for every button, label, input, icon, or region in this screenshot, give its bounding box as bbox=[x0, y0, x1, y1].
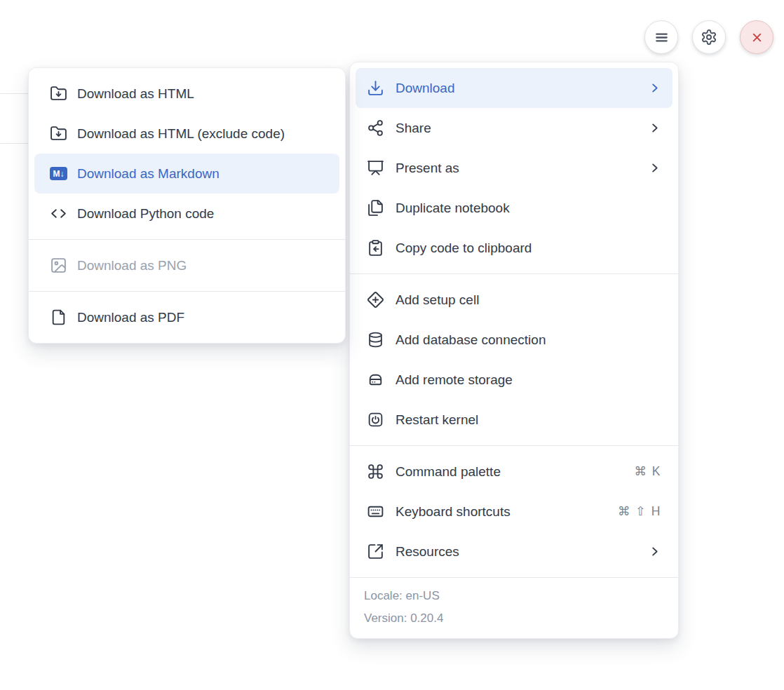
menu-item-label: Resources bbox=[396, 544, 459, 560]
notebook-actions-menu: DownloadSharePresent asDuplicate noteboo… bbox=[349, 62, 679, 639]
menu-section: Command palette⌘ KKeyboard shortcuts⌘ ⇧ … bbox=[350, 445, 678, 577]
folder-download-icon bbox=[50, 85, 67, 102]
share-icon bbox=[367, 119, 384, 137]
menu-item-label: Add database connection bbox=[396, 332, 546, 348]
shortcut-hint: ⌘ K bbox=[634, 464, 661, 479]
menu-section: Add setup cellAdd database connectionAdd… bbox=[350, 273, 678, 445]
keyboard-icon bbox=[367, 503, 384, 520]
image-icon bbox=[50, 257, 67, 274]
menu-item-download-as-html[interactable]: Download as HTML bbox=[34, 74, 339, 114]
menu-item-label: Duplicate notebook bbox=[396, 201, 510, 216]
menu-item-label: Download as PNG bbox=[77, 258, 187, 273]
menu-item-label: Download bbox=[396, 81, 455, 96]
menu-item-label: Keyboard shortcuts bbox=[396, 504, 511, 520]
menu-item-label: Restart kernel bbox=[396, 412, 478, 428]
chevron-right-icon bbox=[648, 545, 661, 558]
menu-section: Download as HTMLDownload as HTML (exclud… bbox=[29, 68, 345, 239]
external-link-icon bbox=[367, 543, 384, 560]
code-icon bbox=[50, 205, 67, 222]
floating-toolbar bbox=[644, 20, 773, 54]
menu-item-label: Copy code to clipboard bbox=[396, 241, 532, 256]
menu-item-download-as-markdown[interactable]: M↓Download as Markdown bbox=[34, 154, 339, 194]
locale-text: Locale: en-US bbox=[364, 585, 664, 607]
menu-item-download-as-pdf[interactable]: Download as PDF bbox=[34, 297, 339, 337]
menu-item-download-as-png: Download as PNG bbox=[34, 245, 339, 285]
diamond-plus-icon bbox=[367, 291, 384, 309]
menu-item-resources[interactable]: Resources bbox=[356, 532, 673, 571]
menu-item-command-palette[interactable]: Command palette⌘ K bbox=[356, 452, 673, 492]
menu-item-label: Download as Markdown bbox=[77, 166, 219, 182]
page-divider-line bbox=[0, 93, 29, 94]
menu-section: Download as PNG bbox=[29, 239, 345, 291]
file-icon bbox=[50, 309, 67, 326]
markdown-icon: M↓ bbox=[50, 165, 67, 182]
folder-download-icon bbox=[50, 125, 67, 142]
menu-section: Download as PDF bbox=[29, 291, 345, 343]
download-submenu: Download as HTMLDownload as HTML (exclud… bbox=[28, 67, 346, 344]
menu-item-label: Download as PDF bbox=[77, 310, 184, 325]
presentation-icon bbox=[367, 159, 384, 177]
command-icon bbox=[367, 463, 384, 480]
notebook-menu-button[interactable] bbox=[644, 20, 678, 54]
version-text: Version: 0.20.4 bbox=[364, 607, 664, 630]
close-icon bbox=[748, 29, 766, 46]
menu-item-download-python-code[interactable]: Download Python code bbox=[34, 194, 339, 234]
menu-footer: Locale: en-US Version: 0.20.4 bbox=[350, 577, 678, 638]
download-icon bbox=[367, 79, 384, 97]
database-icon bbox=[367, 331, 384, 349]
chevron-right-icon bbox=[648, 121, 661, 135]
menu-item-label: Download as HTML (exclude code) bbox=[77, 126, 285, 142]
menu-item-add-remote-storage[interactable]: Add remote storage bbox=[356, 360, 673, 400]
menu-item-label: Add remote storage bbox=[396, 372, 513, 388]
menu-item-copy-code-to-clipboard[interactable]: Copy code to clipboard bbox=[356, 228, 673, 268]
gear-icon bbox=[701, 29, 718, 46]
menu-item-add-database-connection[interactable]: Add database connection bbox=[356, 320, 673, 360]
menu-item-duplicate-notebook[interactable]: Duplicate notebook bbox=[356, 188, 673, 228]
menu-item-label: Add setup cell bbox=[396, 292, 479, 308]
chevron-right-icon bbox=[648, 161, 661, 175]
shutdown-button[interactable] bbox=[740, 20, 773, 54]
menu-item-download-as-html-exclude-code[interactable]: Download as HTML (exclude code) bbox=[34, 114, 339, 154]
clipboard-copy-icon bbox=[367, 239, 384, 257]
chevron-right-icon bbox=[648, 81, 661, 95]
shortcut-hint: ⌘ ⇧ H bbox=[618, 504, 661, 519]
menu-item-label: Present as bbox=[396, 161, 459, 176]
menu-item-download[interactable]: Download bbox=[356, 68, 673, 108]
menu-item-keyboard-shortcuts[interactable]: Keyboard shortcuts⌘ ⇧ H bbox=[356, 492, 673, 532]
menu-item-share[interactable]: Share bbox=[356, 108, 673, 148]
power-icon bbox=[367, 411, 384, 428]
hamburger-icon bbox=[653, 29, 670, 46]
settings-button[interactable] bbox=[692, 20, 726, 54]
menu-item-present-as[interactable]: Present as bbox=[356, 148, 673, 188]
menu-section: DownloadSharePresent asDuplicate noteboo… bbox=[350, 62, 678, 273]
menu-item-label: Command palette bbox=[396, 464, 501, 480]
notebook-page: DownloadSharePresent asDuplicate noteboo… bbox=[0, 0, 784, 690]
hard-drive-icon bbox=[367, 371, 384, 388]
menu-item-label: Download as HTML bbox=[77, 86, 194, 102]
duplicate-icon bbox=[367, 199, 384, 217]
menu-item-label: Download Python code bbox=[77, 206, 214, 222]
page-divider-line bbox=[0, 143, 29, 144]
menu-item-add-setup-cell[interactable]: Add setup cell bbox=[356, 280, 673, 320]
menu-item-label: Share bbox=[396, 121, 431, 136]
menu-item-restart-kernel[interactable]: Restart kernel bbox=[356, 400, 673, 440]
